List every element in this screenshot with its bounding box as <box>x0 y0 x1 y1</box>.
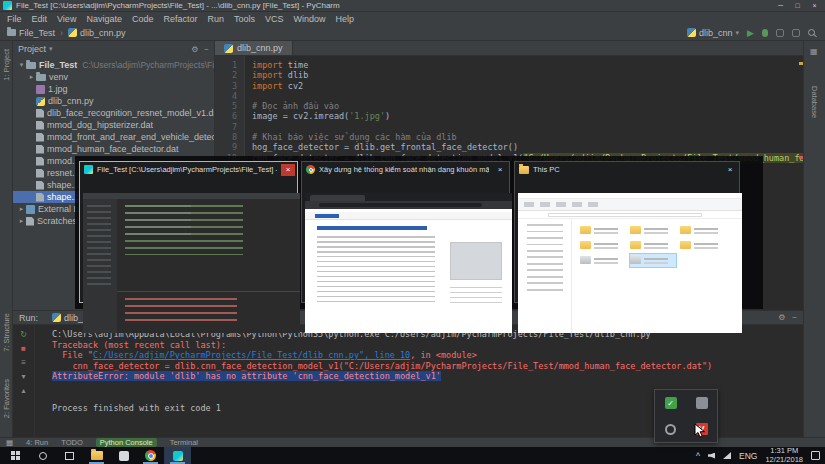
scroll-down-icon[interactable]: ▾ <box>21 372 25 381</box>
tree-item-mmod-human-face-detector-dat[interactable]: mmod_human_face_detector.dat <box>13 143 214 155</box>
rerun-button[interactable]: ↻ <box>20 330 27 339</box>
tray-item[interactable]: ✓ <box>655 390 686 416</box>
menu-item-view[interactable]: View <box>52 14 81 24</box>
tree-item-venv[interactable]: ▸venv <box>13 71 214 83</box>
run-configuration-selector[interactable]: dlib_cnn ▾ <box>687 28 739 38</box>
gear-icon[interactable]: ⚙ <box>191 45 198 54</box>
breadcrumb-file[interactable]: dlib_cnn.py <box>80 28 126 38</box>
stop-button[interactable]: ■ <box>21 344 26 353</box>
preview-drive-selected <box>630 254 676 267</box>
search-button[interactable] <box>29 447 56 464</box>
window-thumbnail-chrome[interactable]: Xây dựng hệ thống kiểm soát nhận dạng kh… <box>301 161 510 303</box>
tree-item-1-jpg[interactable]: 1.jpg <box>13 83 214 95</box>
editor-tab-label: dlib_cnn.py <box>237 43 283 53</box>
start-button[interactable] <box>2 447 29 464</box>
preview-article-image <box>450 242 502 280</box>
debug-button[interactable] <box>762 29 768 37</box>
taskbar-file-explorer[interactable] <box>83 447 110 464</box>
taskbar-app[interactable] <box>110 447 137 464</box>
minimize-button[interactable]: ─ <box>773 1 788 11</box>
search-everywhere-icon[interactable] <box>808 29 815 36</box>
tray-item[interactable] <box>655 416 686 442</box>
tool-window-icon[interactable]: ▦ <box>810 47 818 56</box>
tree-item-dlib-cnn-py[interactable]: dlib_cnn.py <box>13 95 214 107</box>
menu-item-edit[interactable]: Edit <box>27 14 53 24</box>
coverage-icon[interactable] <box>776 29 784 37</box>
explorer-window-preview[interactable] <box>518 193 742 333</box>
toolwindow-button-4-run[interactable]: 4: Run <box>26 438 48 447</box>
code-token: # Đọc ảnh đầu vào <box>252 101 339 111</box>
close-thumbnail-button[interactable]: × <box>723 164 737 176</box>
close-button[interactable]: × <box>807 1 822 11</box>
tray-item[interactable] <box>686 390 717 416</box>
maximize-button[interactable]: □ <box>790 1 805 11</box>
editor-tab[interactable]: dlib_cnn.py <box>215 41 293 55</box>
menu-item-help[interactable]: Help <box>331 14 360 24</box>
network-icon[interactable] <box>723 452 731 459</box>
menu-item-run[interactable]: Run <box>202 14 229 24</box>
tree-item-dlib-face-recognition-resnet-model-v1-dat[interactable]: dlib_face_recognition_resnet_model_v1.da… <box>13 107 214 119</box>
scroll-up-icon[interactable]: ▴ <box>21 386 25 395</box>
project-panel-title[interactable]: Project <box>18 44 46 54</box>
window-thumbnail-this-pc[interactable]: This PC × <box>514 161 740 303</box>
image-icon <box>36 85 45 94</box>
stacktrace-link[interactable]: C:/Users/adjim/PycharmProjects/File_Test… <box>93 350 410 360</box>
close-thumbnail-button[interactable]: × <box>493 164 507 176</box>
tree-item-mmod-front-and-rear-end-vehicle-detector-dat[interactable]: mmod_front_and_rear_end_vehicle_detector… <box>13 131 214 143</box>
hide-panel-icon[interactable]: − <box>204 45 209 54</box>
tree-caret-icon: ▸ <box>27 73 36 81</box>
pycharm-icon <box>84 165 93 174</box>
tree-caret-icon: ▸ <box>17 205 26 213</box>
run-button[interactable]: ▶ <box>747 28 754 38</box>
tool-button-structure[interactable]: 7: Structure <box>2 313 11 352</box>
console-options-icon[interactable]: ≡ <box>21 358 26 367</box>
toolwindow-button-python-console[interactable]: Python Console <box>96 438 157 447</box>
chrome-window-preview[interactable] <box>305 193 512 333</box>
tree-item-label: mmod_front_and_rear_end_vehicle_detector… <box>47 132 214 142</box>
volume-icon[interactable] <box>708 453 715 459</box>
profiler-icon[interactable] <box>792 29 800 37</box>
breadcrumb-project[interactable]: File_Test <box>19 28 55 38</box>
project-folder-icon <box>7 29 16 36</box>
tool-button-project[interactable]: 1: Project <box>2 49 11 81</box>
taskbar-chrome[interactable] <box>137 447 164 464</box>
close-thumbnail-button[interactable]: × <box>281 164 295 176</box>
menu-item-navigate[interactable]: Navigate <box>81 14 127 24</box>
run-config-icon <box>687 28 696 37</box>
tool-button-favorites[interactable]: 2: Favorites <box>2 379 11 418</box>
menu-item-window[interactable]: Window <box>289 14 331 24</box>
preview-article-text <box>450 287 502 303</box>
code-text: # Khai báo việc sử dụng các hàm của dlib <box>245 132 457 142</box>
window-thumbnail-pycharm[interactable]: File_Test [C:\Users\adjim\PycharmProject… <box>79 161 298 303</box>
tree-item-mmod-dog-hipsterizer-dat[interactable]: mmod_dog_hipsterizer.dat <box>13 119 214 131</box>
toolwindow-button-terminal[interactable]: Terminal <box>170 438 198 447</box>
line-number: 3 <box>215 81 245 91</box>
window-titlebar[interactable]: File_Test [C:\Users\adjim\PycharmProject… <box>0 0 825 12</box>
gear-icon[interactable]: ⚙ <box>778 313 785 322</box>
file-icon <box>36 157 44 166</box>
left-tool-strip: 1: Project 7: Structure 2: Favorites <box>0 41 13 437</box>
clock-date: 12/21/2018 <box>765 456 803 464</box>
show-hidden-icons-button[interactable]: ^ <box>696 451 700 461</box>
file-icon <box>36 193 44 202</box>
taskbar-pycharm[interactable] <box>164 447 191 464</box>
code-token: dlib <box>283 70 309 80</box>
tool-button-database[interactable]: Database <box>810 86 819 118</box>
tree-item-file-test[interactable]: ▾File_TestC:\Users\adjim\PycharmProjects… <box>13 59 214 71</box>
task-view-button[interactable] <box>56 447 83 464</box>
menu-item-code[interactable]: Code <box>127 14 159 24</box>
line-number: 9 <box>215 142 245 152</box>
toolwindow-switcher-icon[interactable]: ▦ <box>6 438 13 447</box>
menu-item-tools[interactable]: Tools <box>229 14 260 24</box>
taskbar-clock[interactable]: 1:31 PM 12/21/2018 <box>765 447 803 464</box>
menu-item-file[interactable]: File <box>2 14 27 24</box>
pycharm-icon <box>173 451 183 461</box>
lib-icon <box>26 205 35 214</box>
language-indicator[interactable]: ENG <box>739 451 757 461</box>
menu-item-refactor[interactable]: Refactor <box>158 14 202 24</box>
toolwindow-button-todo[interactable]: TODO <box>61 438 83 447</box>
pycharm-window-preview[interactable] <box>83 193 300 333</box>
hide-panel-icon[interactable]: − <box>792 313 797 322</box>
action-center-icon[interactable] <box>811 451 820 460</box>
menu-item-vcs[interactable]: VCS <box>260 14 289 24</box>
